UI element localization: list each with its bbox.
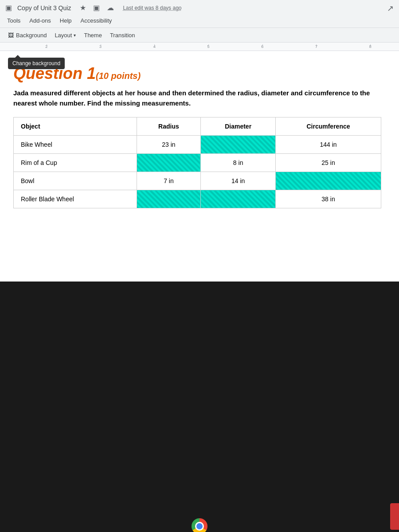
ruler-mark-5: 5: [181, 44, 235, 49]
bottom-dark-area: ⬜ ⬛⬛ ○: [0, 282, 399, 532]
menu-item-accessibility[interactable]: Accessibility: [77, 16, 116, 26]
ruler-mark-7: 7: [289, 44, 344, 49]
object-cell: Bike Wheel: [14, 136, 137, 154]
circumference-cell: 38 in: [276, 190, 381, 208]
ruler-mark-6: 6: [235, 44, 289, 49]
table-row: Rim of a Cup 8 in 25 in: [14, 154, 381, 172]
table-row: Roller Blade Wheel 38 in: [14, 190, 381, 208]
background-icon: 🖼: [7, 31, 14, 39]
col-header-diameter: Diameter: [201, 117, 276, 136]
chrome-icon[interactable]: [192, 518, 207, 532]
object-cell: Bowl: [14, 172, 137, 190]
object-cell: Rim of a Cup: [14, 154, 137, 172]
diameter-cell: [201, 136, 276, 154]
table-row: Bowl 7 in 14 in: [14, 172, 381, 190]
drive-icon[interactable]: ▣: [4, 3, 14, 13]
diameter-cell: 8 in: [201, 154, 276, 172]
radius-cell: [137, 154, 201, 172]
table-row: Bike Wheel 23 in 144 in: [14, 136, 381, 154]
cloud-icon[interactable]: ☁: [105, 3, 116, 13]
question-title-suffix: (10 points): [96, 71, 141, 81]
layout-button[interactable]: Layout ▾: [51, 30, 79, 40]
diameter-cell: 14 in: [201, 172, 276, 190]
transition-label: Transition: [110, 32, 135, 39]
menu-item-help[interactable]: Help: [56, 16, 75, 26]
object-cell: Roller Blade Wheel: [14, 190, 137, 208]
radius-cell: 7 in: [137, 172, 201, 190]
background-label: Background: [16, 32, 47, 39]
measurement-table: Object Radius Diameter Circumference Bik…: [13, 117, 381, 208]
theme-button[interactable]: Theme: [80, 30, 105, 40]
ruler-mark-4: 4: [127, 44, 181, 49]
slide-content: Question 1(10 points) Jada measured diff…: [0, 51, 399, 282]
col-header-object: Object: [14, 117, 137, 136]
circumference-cell: 144 in: [276, 136, 381, 154]
theme-label: Theme: [84, 32, 102, 39]
menu-item-tools[interactable]: Tools: [4, 16, 24, 26]
layout-label: Layout: [55, 32, 72, 39]
ruler-mark-8: 8: [343, 44, 397, 49]
circumference-cell: [276, 172, 381, 190]
menu-item-addons[interactable]: Add-ons: [26, 16, 54, 26]
window-title: Copy of Unit 3 Quiz: [17, 4, 71, 12]
tooltip-text: Change background: [12, 60, 60, 66]
nav-arrow: ↗: [387, 4, 394, 13]
layout-arrow-icon: ▾: [74, 33, 76, 38]
change-background-tooltip: Change background: [8, 58, 65, 69]
radius-cell: 23 in: [137, 136, 201, 154]
star-icon[interactable]: ★: [78, 3, 88, 13]
col-header-circumference: Circumference: [276, 117, 381, 136]
question-description: Jada measured different objects at her h…: [13, 88, 381, 108]
red-corner-button[interactable]: [390, 503, 399, 530]
col-header-radius: Radius: [137, 117, 201, 136]
last-edit-label: Last edit was 8 days ago: [123, 5, 181, 11]
question-title: Question 1(10 points): [13, 64, 381, 83]
ruler: 2 3 4 5 6 7 8: [0, 42, 399, 51]
background-button[interactable]: 🖼 Background: [4, 30, 50, 40]
ruler-mark-2: 2: [20, 44, 74, 49]
drive-save-icon[interactable]: ▣: [91, 3, 102, 13]
radius-cell: [137, 190, 201, 208]
chrome-taskbar: [192, 518, 207, 532]
ruler-mark-3: 3: [74, 44, 128, 49]
diameter-cell: [201, 190, 276, 208]
transition-button[interactable]: Transition: [106, 30, 139, 40]
circumference-cell: 25 in: [276, 154, 381, 172]
